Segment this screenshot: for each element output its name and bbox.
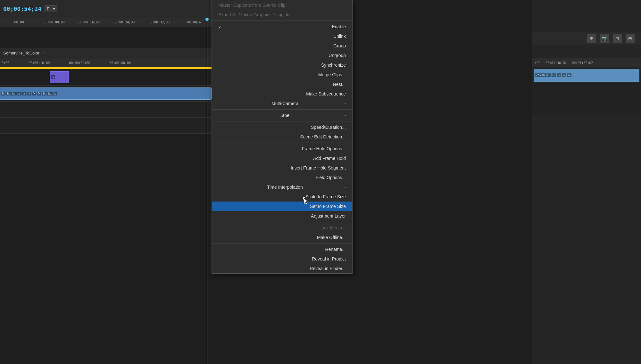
sequence-name-bar: Somerville_ToColor ≡ [0, 48, 212, 58]
menu-item-reveal-project[interactable]: Reveal in Project [212, 254, 352, 264]
clip-v2-selected[interactable]: fx [50, 71, 69, 83]
menu-item-scene-edit[interactable]: Scene Edit Detection... [212, 132, 352, 142]
menu-item-synchronize-label: Synchronize [321, 62, 346, 68]
rfx-2: fx [546, 73, 551, 77]
menu-item-export-motion[interactable]: Export As Motion Graphics Template... [212, 10, 352, 20]
separator-1 [212, 21, 352, 21]
context-menu: Master Captions from Source Clip Export … [212, 0, 353, 274]
ruler-mark-3: 00;00;24;00 [107, 21, 142, 24]
menu-item-synchronize[interactable]: Synchronize [212, 60, 352, 70]
fx-v1-9: fx [47, 92, 52, 95]
separator-6 [212, 243, 352, 244]
timecode-display: 00;00;54;24 [3, 5, 41, 12]
playhead[interactable] [207, 18, 207, 364]
ruler-marks: 00;00 00;00;08;00 00;00;16;00 00;00;24;0… [0, 21, 212, 24]
ruler2-mark-1: 00;00;16;00 [9, 61, 50, 65]
menu-item-insert-frame-hold[interactable]: Insert Frame Hold Segment [212, 163, 352, 173]
menu-item-adjustment-layer-label: Adjustment Layer [311, 213, 346, 219]
menu-item-frame-hold-options[interactable]: Frame Hold Options... [212, 144, 352, 153]
right-ruler: :02 00;01;36;02 00;01;52;02 [532, 58, 641, 67]
rfx-4: fx [557, 73, 561, 77]
ruler2-mark-3: 00;00;48;00 [90, 61, 131, 65]
right-ruler-mark-0: :02 [532, 61, 543, 65]
sequence-name: Somerville_ToColor [3, 51, 39, 55]
menu-item-time-interpolation-label: Time Interpolation [267, 185, 303, 190]
menu-item-group[interactable]: Group [212, 41, 352, 51]
menu-item-nest-label: Nest... [333, 82, 346, 87]
menu-item-nest[interactable]: Nest... [212, 79, 352, 89]
menu-item-merge-clips-label: Merge Clips... [318, 72, 346, 77]
separator-3 [212, 121, 352, 121]
separator-4 [212, 143, 352, 143]
right-clip-v1-1[interactable]: KEY00 fx fx fx fx fx [534, 69, 639, 82]
menu-item-unlink-label: Unlink [333, 34, 346, 39]
menu-item-make-offline[interactable]: Make Offline... [212, 233, 352, 242]
fx-v1-green: fx [27, 92, 31, 95]
menu-item-rename[interactable]: Rename... [212, 244, 352, 254]
menu-item-add-frame-hold[interactable]: Add Frame Hold [212, 153, 352, 163]
track-v2: fx [0, 69, 212, 86]
menu-item-time-interpolation[interactable]: Time Interpolation › [212, 182, 352, 192]
menu-item-reveal-finder-label: Reveal in Finder... [310, 266, 346, 271]
menu-item-group-label: Group [333, 43, 346, 48]
right-track-a2 [532, 99, 641, 115]
toolbar-icon-4[interactable]: ⊟ [626, 34, 635, 43]
menu-item-ungroup-label: Ungroup [329, 53, 346, 58]
menu-item-merge-clips[interactable]: Merge Clips... [212, 70, 352, 79]
menu-item-label[interactable]: Label › [212, 111, 352, 120]
fx-v1-8: fx [42, 92, 46, 95]
menu-item-set-to-frame-label: Set to Frame Size [310, 204, 346, 209]
timeline-ruler-top: 00;00 00;00;08;00 00;00;16;00 00;00;24;0… [0, 18, 212, 27]
rfx-3: fx [552, 73, 556, 77]
separator-5 [212, 222, 352, 222]
menu-item-master-captions-label: Master Captions from Source Clip [218, 3, 286, 8]
top-bar: 00;00;54;24 Fit ▾ [0, 0, 212, 18]
toolbar-icon-2[interactable]: 📷 [600, 34, 609, 43]
clips-area-left: fx fx fx fx fx fx fx fx fx fx fx fx [0, 69, 212, 191]
ruler-mark-1: 00;00;08;00 [37, 21, 71, 24]
ruler-mark-0: 00;00 [2, 21, 37, 24]
toolbar-icon-3[interactable]: ⊡ [613, 34, 622, 43]
menu-item-scene-edit-label: Scene Edit Detection... [300, 134, 346, 139]
menu-item-link-media[interactable]: Link Media... [212, 223, 352, 233]
track-v1: fx fx fx fx fx fx fx fx fx fx fx [0, 86, 212, 102]
menu-item-scale-to-frame[interactable]: Scale to Frame Size [212, 192, 352, 202]
menu-item-enable[interactable]: ✓ Enable [212, 22, 352, 31]
fx-badge-v2: fx [51, 75, 55, 79]
menu-item-ungroup[interactable]: Ungroup [212, 51, 352, 60]
right-ruler-mark-1: 00;01;36;02 [543, 61, 569, 65]
menu-item-master-captions[interactable]: Master Captions from Source Clip [212, 0, 352, 10]
toolbar-icon-1[interactable]: ⊞ [587, 34, 596, 43]
menu-item-enable-label: Enable [332, 24, 346, 29]
sequence-menu-icon[interactable]: ≡ [42, 50, 45, 56]
fx-v1-3: fx [11, 92, 16, 95]
menu-item-add-frame-hold-label: Add Frame Hold [313, 156, 346, 161]
right-track-v1: KEY00 fx fx fx fx fx [532, 67, 641, 83]
menu-item-multi-camera[interactable]: Multi-Camera › [212, 99, 352, 108]
fit-dropdown[interactable]: Fit ▾ [45, 5, 57, 12]
menu-item-make-subsequence[interactable]: Make Subsequence [212, 89, 352, 99]
menu-item-multi-camera-label: Multi-Camera [271, 101, 298, 106]
menu-item-reveal-finder[interactable]: Reveal in Finder... [212, 264, 352, 273]
fit-dropdown-arrow: ▾ [53, 6, 55, 11]
menu-item-make-subsequence-label: Make Subsequence [306, 91, 346, 96]
menu-item-unlink[interactable]: Unlink [212, 31, 352, 41]
menu-item-enable-check: ✓ [218, 24, 222, 29]
menu-item-adjustment-layer[interactable]: Adjustment Layer [212, 211, 352, 221]
menu-item-field-options[interactable]: Field Options... [212, 173, 352, 182]
fx-v1-2: fx [6, 92, 11, 95]
clip-v1-main[interactable]: fx fx fx fx fx fx fx fx fx fx fx [0, 87, 212, 100]
ruler-mark-4: 00;00;32;00 [142, 21, 177, 24]
ruler2-mark-0: 0;00 [0, 61, 9, 65]
menu-item-label-arrow: › [345, 113, 346, 118]
right-toolbar: ⊞ 📷 ⊡ ⊟ [532, 32, 641, 45]
fx-v1-10: fx [52, 92, 57, 95]
menu-item-frame-hold-options-label: Frame Hold Options... [302, 146, 346, 151]
rfx-5: fx [562, 73, 566, 77]
menu-item-label-label: Label [279, 113, 290, 118]
track-a2 [0, 118, 212, 134]
playhead-head [205, 18, 209, 21]
menu-item-field-options-label: Field Options... [316, 175, 346, 180]
menu-item-set-to-frame[interactable]: Set to Frame Size [212, 202, 352, 211]
menu-item-speed-duration[interactable]: Speed/Duration... [212, 122, 352, 132]
